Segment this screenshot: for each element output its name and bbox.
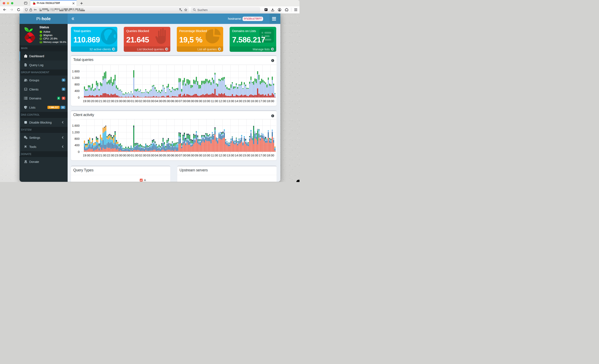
svg-text:05:00: 05:00 [163, 99, 170, 103]
svg-text:23:00: 23:00 [115, 99, 122, 103]
svg-text:10:00: 10:00 [203, 99, 210, 103]
svg-text:11:00: 11:00 [211, 99, 218, 103]
svg-text:08:00: 08:00 [187, 154, 194, 157]
svg-text:400: 400 [74, 89, 79, 93]
svg-text:$: $ [25, 160, 26, 162]
svg-text:23:00: 23:00 [115, 154, 122, 157]
svg-text:15:00: 15:00 [243, 154, 250, 157]
svg-text:12:00: 12:00 [219, 154, 226, 157]
svg-text:15:00: 15:00 [243, 99, 250, 103]
svg-text:13:00: 13:00 [227, 154, 234, 157]
svg-text:07:00: 07:00 [179, 99, 186, 103]
svg-text:0: 0 [78, 96, 79, 99]
svg-text:21:00: 21:00 [99, 99, 106, 103]
svg-text:09:00: 09:00 [195, 154, 202, 157]
svg-text:18:00: 18:00 [267, 99, 274, 103]
svg-text:03:00: 03:00 [147, 99, 154, 103]
svg-text:02:00: 02:00 [139, 154, 146, 157]
svg-text:1.600: 1.600 [72, 124, 79, 127]
svg-text:19:00: 19:00 [83, 99, 90, 103]
svg-text:A: A [181, 9, 182, 11]
svg-text:12:00: 12:00 [219, 99, 226, 103]
svg-text:16:00: 16:00 [251, 99, 258, 103]
svg-text:22:00: 22:00 [107, 99, 115, 103]
svg-text:19:00: 19:00 [83, 154, 90, 157]
svg-text:00:00: 00:00 [123, 99, 130, 103]
svg-text:20:00: 20:00 [91, 99, 98, 103]
svg-text:13:00: 13:00 [227, 99, 234, 103]
svg-text:1.600: 1.600 [72, 70, 79, 73]
svg-text:20:00: 20:00 [91, 154, 98, 157]
svg-text:10:00: 10:00 [203, 154, 210, 157]
svg-text:1.200: 1.200 [72, 76, 79, 80]
svg-text:17:00: 17:00 [259, 154, 266, 157]
svg-text:16:00: 16:00 [251, 154, 258, 157]
svg-text:11:00: 11:00 [211, 154, 218, 157]
svg-text:18:00: 18:00 [267, 154, 274, 157]
svg-text:04:00: 04:00 [155, 99, 162, 103]
svg-text:800: 800 [74, 137, 79, 140]
svg-text:06:00: 06:00 [171, 99, 178, 103]
svg-text:08:00: 08:00 [187, 99, 194, 103]
svg-text:06:00: 06:00 [171, 154, 178, 157]
svg-text:14:00: 14:00 [235, 99, 242, 103]
svg-text:21:00: 21:00 [99, 154, 106, 157]
svg-text:1.200: 1.200 [72, 131, 79, 134]
svg-text:02:00: 02:00 [139, 99, 146, 103]
svg-text:09:00: 09:00 [195, 99, 202, 103]
svg-text:07:00: 07:00 [179, 154, 186, 157]
svg-text:03:00: 03:00 [147, 154, 154, 157]
svg-text:04:00: 04:00 [155, 154, 162, 157]
svg-text:01:00: 01:00 [131, 99, 138, 103]
svg-text:17:00: 17:00 [259, 99, 266, 103]
svg-text:22:00: 22:00 [107, 154, 115, 157]
svg-text:01:00: 01:00 [131, 154, 138, 157]
svg-text:0: 0 [78, 150, 79, 153]
svg-text:14:00: 14:00 [235, 154, 242, 157]
svg-text:05:00: 05:00 [163, 154, 170, 157]
svg-text:00:00: 00:00 [123, 154, 130, 157]
svg-text:800: 800 [74, 83, 79, 86]
svg-text:400: 400 [74, 143, 79, 147]
